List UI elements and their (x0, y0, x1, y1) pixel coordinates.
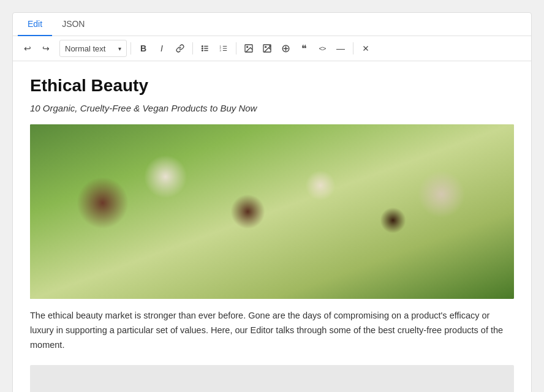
bold-button[interactable]: B (135, 40, 152, 57)
article-subtitle[interactable]: 10 Organic, Cruelty-Free & Vegan Product… (30, 103, 514, 113)
image-overlay (30, 124, 514, 299)
unordered-list-icon (201, 44, 210, 53)
italic-button[interactable]: I (153, 40, 170, 57)
editor-container: Edit JSON ↩ ↪ Normal text ▾ B I (12, 12, 532, 392)
toolbar-divider-2 (192, 42, 193, 55)
format-select[interactable]: Normal text ▾ (59, 40, 127, 57)
image-upload-button[interactable] (259, 40, 276, 57)
chevron-down-icon: ▾ (118, 45, 121, 52)
add-button[interactable]: ⊕ (277, 40, 294, 57)
article-image (30, 124, 514, 299)
toolbar-divider-4 (353, 42, 353, 55)
svg-text:3: 3 (220, 49, 222, 52)
article-body[interactable]: The ethical beauty market is stronger th… (30, 309, 514, 353)
image-frame-icon (244, 43, 254, 53)
link-button[interactable] (172, 40, 189, 57)
ordered-list-icon: 1 2 3 (219, 44, 228, 53)
redo-button[interactable]: ↪ (37, 40, 55, 57)
undo-redo-group: ↩ ↪ (19, 40, 55, 57)
clear-formatting-icon (361, 44, 370, 53)
svg-point-15 (265, 47, 266, 48)
image-frame-button[interactable] (240, 40, 257, 57)
toolbar-divider-1 (130, 42, 131, 55)
tabs-bar: Edit JSON (13, 13, 531, 36)
gray-placeholder-block (30, 365, 514, 392)
toolbar: ↩ ↪ Normal text ▾ B I (13, 36, 531, 61)
svg-point-13 (247, 47, 248, 48)
format-select-value: Normal text (65, 44, 105, 53)
code-button[interactable]: <> (314, 40, 331, 57)
article-title[interactable]: Ethical Beauty (30, 76, 514, 96)
link-icon (176, 44, 184, 53)
svg-point-4 (202, 48, 203, 49)
undo-button[interactable]: ↩ (19, 40, 36, 57)
horizontal-rule-button[interactable]: — (332, 40, 349, 57)
unordered-list-button[interactable] (197, 40, 214, 57)
toolbar-divider-3 (236, 42, 236, 55)
svg-point-5 (202, 50, 203, 51)
tab-edit[interactable]: Edit (18, 13, 52, 36)
tab-json[interactable]: JSON (52, 13, 94, 36)
svg-point-3 (202, 46, 203, 47)
ordered-list-button[interactable]: 1 2 3 (215, 40, 232, 57)
blockquote-button[interactable]: ❝ (295, 40, 312, 57)
content-area: Ethical Beauty 10 Organic, Cruelty-Free … (13, 61, 531, 392)
image-upload-icon (262, 43, 272, 53)
clear-formatting-button[interactable] (357, 40, 374, 57)
